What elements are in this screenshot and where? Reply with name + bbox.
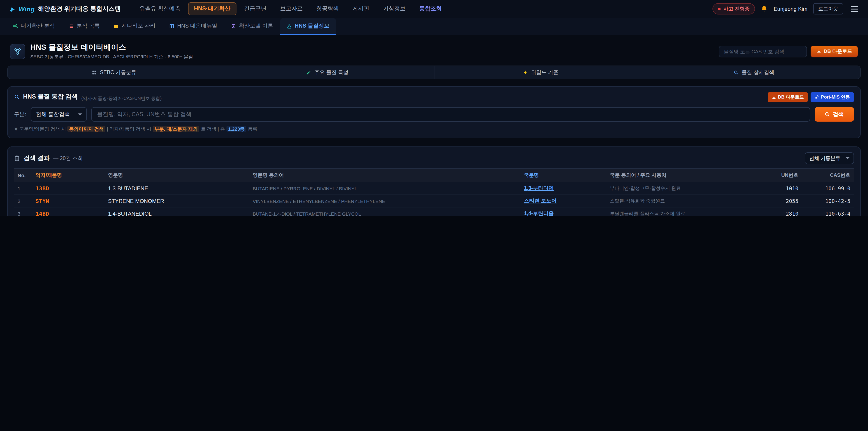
- substance-name-ko-link[interactable]: 1,4-부탄디올: [524, 211, 554, 216]
- nav-item-integrated-lookup[interactable]: 통합조회: [413, 2, 447, 16]
- substance-synonyms-en: VINYLBENZENE / ETHENYLBENZENE / PHENYLET…: [249, 194, 520, 207]
- grid-icon: [92, 70, 97, 75]
- menu-icon[interactable]: [849, 4, 860, 13]
- db-download-label: DB 다운로드: [824, 48, 852, 55]
- search-panel-header: HNS 물질 통합 검색 (약자·제품명·동의어·CAS·UN번호 통합) DB…: [14, 92, 854, 102]
- results-table-head: No. 약자/제품명 영문명 영문명 동의어 국문명 국문 동의어 / 주요 사…: [14, 168, 854, 182]
- tab-label: 확산모델 이론: [239, 22, 273, 30]
- wing-logo-icon: [8, 5, 16, 12]
- category-label: 위험도 기준: [531, 69, 558, 76]
- search-panel-actions: DB 다운로드 Port-MIS 연동: [768, 92, 854, 102]
- search-panel-title-block: HNS 물질 통합 검색 (약자·제품명·동의어·CAS·UN번호 통합): [14, 93, 162, 102]
- tab-analysis-list[interactable]: 분석 목록: [62, 18, 106, 35]
- user-name: Eunjeong Kim: [774, 6, 807, 12]
- main-content: HNS 물질정보 데이터베이스 SEBC 기동분류 · CHRIS/CAMEO …: [0, 35, 868, 216]
- category-detail-search[interactable]: 물질 상세검색: [648, 66, 861, 79]
- substance-name-en: 1,3-BUTADIENE: [104, 182, 249, 194]
- page-icon-tile: [10, 43, 25, 59]
- search-hint: ※ 국문명/영문명 검색 시 동의어까지 검색 | 약자/제품명 검색 시 부분…: [14, 126, 854, 132]
- category-label: SEBC 기동분류: [100, 69, 136, 76]
- page-title: HNS 물질정보 데이터베이스: [30, 42, 193, 53]
- nav-item-aerial-search[interactable]: 항공탐색: [310, 2, 345, 16]
- folder-icon: [113, 23, 119, 29]
- tab-bar: 대기확산 분석 분석 목록 시나리오 관리 HNS 대응매뉴얼 확산모델 이론 …: [0, 18, 868, 35]
- lightning-icon: [523, 70, 528, 75]
- alert-dot-icon: [718, 7, 721, 10]
- hint-highlight-partial: 부분, 대/소문자 제외: [153, 126, 199, 132]
- results-count: — 20건 조회: [53, 155, 83, 162]
- un-number: 1010: [764, 182, 802, 194]
- substance-name-ko-link[interactable]: 스티렌 모노머: [524, 198, 557, 204]
- db-download-button[interactable]: DB 다운로드: [811, 45, 858, 57]
- table-row[interactable]: 2 STYN STYRENE MONOMER VINYLBENZENE / ET…: [14, 194, 854, 207]
- portmis-link-button[interactable]: Port-MIS 연동: [811, 92, 854, 102]
- tab-scenario-management[interactable]: 시나리오 관리: [107, 18, 162, 35]
- quick-search-input[interactable]: [719, 45, 807, 57]
- category-sebc-classification[interactable]: SEBC 기동분류: [8, 66, 221, 79]
- panel-db-download-label: DB 다운로드: [778, 94, 804, 100]
- table-row[interactable]: 3 14BD 1,4-BUTANEDIOL BUTANE-1,4-DIOL / …: [14, 207, 854, 216]
- notifications-button[interactable]: [761, 5, 768, 12]
- substance-name-ko-link[interactable]: 1,3-부타디엔: [524, 185, 554, 191]
- incident-status-badge[interactable]: 사고 진행중: [712, 3, 755, 14]
- unified-search-input[interactable]: [91, 107, 810, 122]
- category-risk-criteria[interactable]: 위험도 기준: [434, 66, 648, 79]
- pencil-icon: [306, 70, 311, 75]
- column-header-synonyms-ko: 국문 동의어 / 주요 사용처: [606, 168, 764, 182]
- top-nav: Wing 해양환경 위기대응 통합시스템 유출유 확산예측 HNS·대기확산 긴…: [0, 0, 868, 18]
- results-table: No. 약자/제품명 영문명 영문명 동의어 국문명 국문 동의어 / 주요 사…: [14, 168, 854, 216]
- results-table-body: 1 13BD 1,3-BUTADIENE BUTADIENE / PYRROLE…: [14, 182, 854, 216]
- classification-filter-select[interactable]: 전체 기동분류: [805, 152, 854, 164]
- nav-item-rescue[interactable]: 긴급구난: [238, 2, 272, 16]
- row-number: 1: [14, 182, 32, 194]
- chevron-down-icon: [846, 157, 849, 161]
- brand[interactable]: Wing 해양환경 위기대응 통합시스템: [8, 5, 121, 13]
- substance-synonyms-en: BUTADIENE / PYRROLENE / DIVINYL / BIVINY…: [249, 182, 520, 194]
- nav-item-hns-dispersion[interactable]: HNS·대기확산: [188, 2, 236, 16]
- system-title: 해양환경 위기대응 통합시스템: [38, 5, 121, 13]
- search-panel-subtitle: (약자·제품명·동의어·CAS·UN번호 통합): [81, 95, 162, 102]
- category-label: 물질 상세검색: [742, 69, 774, 76]
- app-root: Wing 해양환경 위기대응 통합시스템 유출유 확산예측 HNS·대기확산 긴…: [0, 0, 868, 216]
- tab-label: HNS 대응매뉴얼: [177, 22, 217, 30]
- brand-name: Wing: [19, 5, 35, 12]
- search-scope-select[interactable]: 전체 통합검색: [31, 107, 87, 122]
- cas-number: 106-99-0: [802, 182, 854, 194]
- clipboard-icon: [14, 155, 20, 161]
- category-label: 주요 물질 특성: [314, 69, 348, 76]
- nav-item-board[interactable]: 게시판: [346, 2, 375, 16]
- nav-item-oil-spill[interactable]: 유출유 확산예측: [133, 2, 186, 16]
- topnav-right: 사고 진행중 Eunjeong Kim 로그아웃: [712, 3, 860, 14]
- tab-hns-substance-info[interactable]: HNS 물질정보: [280, 18, 336, 35]
- hint-total-count: 1,223종: [226, 126, 247, 132]
- substance-synonyms-ko: 부틸렌글리콜·플라스틱 가소제 원료: [606, 207, 764, 216]
- search-panel-title-row: HNS 물질 통합 검색: [14, 93, 78, 101]
- tab-hns-manual[interactable]: HNS 대응매뉴얼: [163, 18, 223, 35]
- substance-name-en: 1,4-BUTANEDIOL: [104, 207, 249, 216]
- nav-item-reports[interactable]: 보고자료: [274, 2, 309, 16]
- logout-button[interactable]: 로그아웃: [813, 3, 843, 14]
- nav-item-weather[interactable]: 기상정보: [377, 2, 411, 16]
- substance-name-en: STYRENE MONOMER: [104, 194, 249, 207]
- hint-text: 등록: [247, 126, 257, 131]
- panel-db-download-button[interactable]: DB 다운로드: [768, 92, 808, 102]
- chevron-down-icon: [78, 114, 82, 117]
- hint-text: | 약자/제품명 검색 시: [105, 126, 153, 131]
- page-header: HNS 물질정보 데이터베이스 SEBC 기동분류 · CHRIS/CAMEO …: [7, 39, 861, 65]
- un-number: 2810: [764, 207, 802, 216]
- bell-icon: [761, 5, 768, 12]
- search-icon: [825, 112, 830, 117]
- category-substance-properties[interactable]: 주요 물질 특성: [221, 66, 434, 79]
- search-panel-title: HNS 물질 통합 검색: [23, 93, 78, 101]
- search-button[interactable]: 검색: [815, 107, 854, 122]
- tab-model-theory[interactable]: 확산모델 이론: [224, 18, 279, 35]
- hint-text: ※ 국문명/영문명 검색 시: [14, 126, 67, 131]
- download-icon: [772, 95, 776, 99]
- page-subtitle: SEBC 기동분류 · CHRIS/CAMEO DB · AEGL/ERPG/I…: [30, 54, 193, 60]
- classification-filter-value: 전체 기동분류: [809, 155, 840, 162]
- column-header-cas-number: CAS번호: [802, 168, 854, 182]
- table-row[interactable]: 1 13BD 1,3-BUTADIENE BUTADIENE / PYRROLE…: [14, 182, 854, 194]
- search-icon: [734, 70, 739, 75]
- tab-dispersion-analysis[interactable]: 대기확산 분석: [6, 18, 61, 35]
- hint-text: 로 검색 | 총: [199, 126, 226, 131]
